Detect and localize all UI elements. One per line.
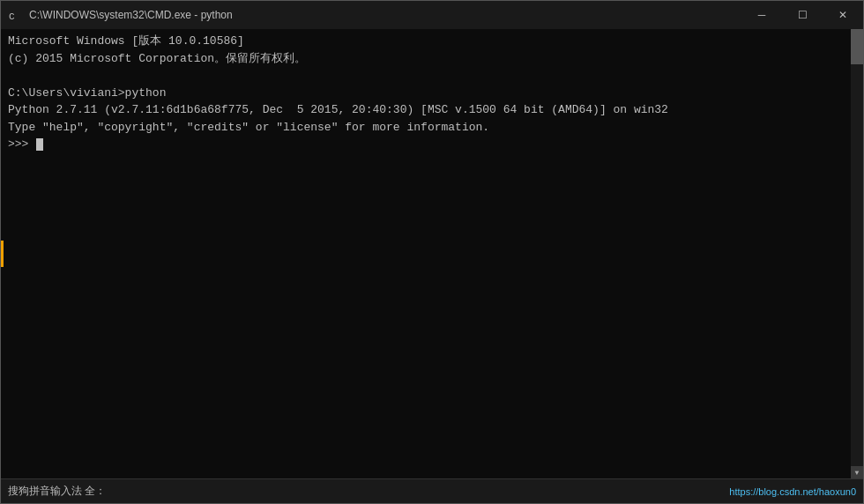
console-line-6: Type "help", "copyright", "credits" or "… [8, 119, 856, 137]
title-text: C:\WINDOWS\system32\CMD.exe - python [29, 9, 233, 21]
minimize-button[interactable]: ─ [741, 1, 782, 29]
cmd-window: C C:\WINDOWS\system32\CMD.exe - python ─… [0, 0, 864, 504]
title-bar-left: C C:\WINDOWS\system32\CMD.exe - python [8, 8, 233, 22]
bottom-bar: 搜狗拼音输入法 全： https://blog.csdn.net/haoxun0 [1, 478, 863, 503]
cmd-icon: C [8, 8, 22, 22]
yellow-accent [1, 241, 4, 267]
ime-label: 搜狗拼音输入法 全： [8, 484, 106, 499]
console-line-5: Python 2.7.11 (v2.7.11:6d1b6a68f775, Dec… [8, 101, 856, 119]
scrollbar-thumb[interactable] [851, 29, 863, 64]
title-bar-controls: ─ ☐ ✕ [741, 1, 863, 29]
console-prompt-line: >>> [8, 136, 856, 153]
console-prompt: >>> [8, 136, 35, 153]
maximize-button[interactable]: ☐ [782, 1, 823, 29]
cursor [36, 138, 43, 151]
console-line-3 [8, 67, 856, 85]
console-line-4: C:\Users\viviani>python [8, 85, 856, 102]
console-line-2: (c) 2015 Microsoft Corporation。保留所有权利。 [8, 50, 856, 68]
scrollbar[interactable]: ▲ ▼ [851, 29, 863, 478]
title-bar: C C:\WINDOWS\system32\CMD.exe - python ─… [1, 1, 863, 29]
url-label: https://blog.csdn.net/haoxun0 [729, 486, 856, 497]
console-body[interactable]: Microsoft Windows [版本 10.0.10586] (c) 20… [1, 29, 863, 478]
scrollbar-arrow-down[interactable]: ▼ [851, 466, 863, 478]
console-line-1: Microsoft Windows [版本 10.0.10586] [8, 33, 856, 50]
svg-text:C: C [9, 11, 15, 22]
close-button[interactable]: ✕ [823, 1, 863, 29]
